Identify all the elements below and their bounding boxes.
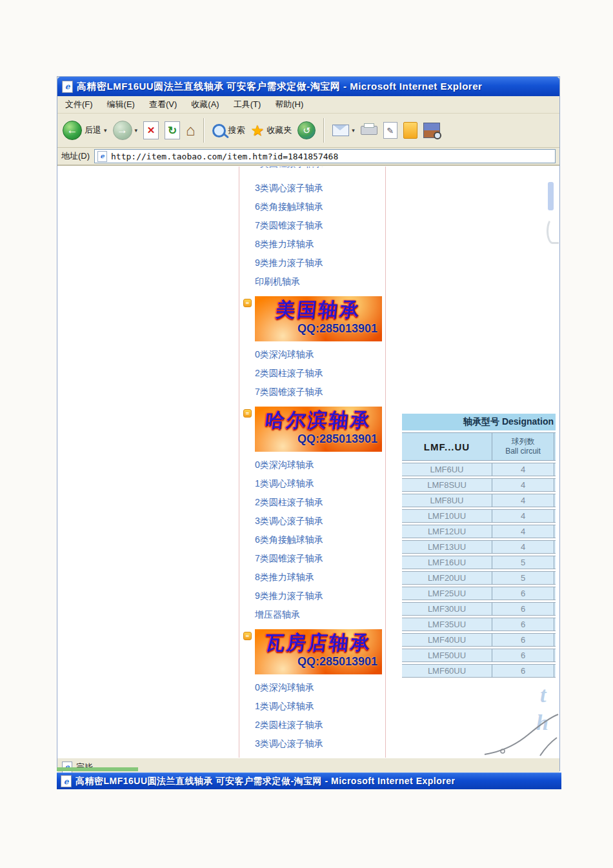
menu-item-5[interactable]: 帮助(H) — [275, 99, 303, 110]
brand-banner-3[interactable]: 瓦房店轴承QQ:285013901 — [255, 629, 382, 674]
search-label: 搜索 — [228, 125, 245, 136]
banner-qq-number: QQ:285013901 — [255, 432, 382, 446]
cell-ball-circuit: 6 — [492, 664, 554, 678]
cell-ball-circuit: 6 — [492, 587, 554, 600]
collapse-toggle-icon[interactable]: = — [243, 409, 252, 418]
category-link[interactable]: 1类调心球轴承 — [255, 474, 385, 493]
table-row: LMF10UU4 — [402, 509, 556, 523]
print-button[interactable] — [361, 126, 377, 135]
home-button[interactable]: ⌂ — [186, 123, 196, 138]
cutoff-graphic-fragment — [548, 182, 554, 210]
cell-model: LMF6UU — [402, 463, 492, 476]
collapse-toggle-icon[interactable]: = — [243, 299, 252, 307]
messenger-button[interactable] — [403, 122, 417, 139]
toolbar: ← 后退 ▾ → ▾ ✕ ↻ ⌂ 搜索 ★ 收藏夹 ↺ — [57, 114, 559, 148]
category-link[interactable]: 6类角接触球轴承 — [255, 530, 385, 549]
research-button[interactable] — [423, 123, 440, 138]
category-link[interactable]: 8类推力球轴承 — [255, 235, 385, 254]
window-title: 高精密LMF16UU圆法兰直线轴承 可安客户需求定做-淘宝网 - Microso… — [77, 81, 482, 93]
collapse-toggle-icon[interactable]: = — [243, 632, 252, 640]
menu-item-1[interactable]: 编辑(E) — [107, 99, 135, 110]
table-row: LMF6UU4 — [402, 463, 556, 476]
category-link[interactable]: 7类圆锥滚子轴承 — [255, 383, 385, 401]
category-link[interactable]: 9类推力滚子轴承 — [255, 254, 385, 272]
category-link[interactable]: 2类圆柱滚子轴承 — [255, 364, 385, 383]
favorites-button[interactable]: ★ 收藏夹 — [251, 123, 292, 138]
ie-page-icon: e — [62, 81, 73, 93]
cutoff-text-fragment: h — [536, 711, 548, 735]
category-link[interactable]: 0类深沟球轴承 — [255, 456, 385, 474]
category-link[interactable]: 2类圆柱滚子轴承 — [255, 716, 385, 734]
category-link[interactable]: 3类调心滚子轴承 — [255, 734, 385, 753]
cell-model: LMF8SUU — [402, 478, 492, 492]
table-row: LMF16UU5 — [402, 556, 556, 569]
background-window-titlebar[interactable]: e 高精密LMF16UU圆法兰直线轴承 可安客户需求定做-淘宝网 - Micro… — [57, 772, 561, 789]
stop-icon: ✕ — [147, 125, 156, 136]
banner-row: =美国轴承QQ:285013901 — [255, 296, 385, 341]
table-title: 轴承型号 Designation — [402, 414, 556, 430]
toolbar-separator — [323, 118, 325, 143]
screenshot-canvas: e 高精密LMF16UU圆法兰直线轴承 可安客户需求定做-淘宝网 - Micro… — [0, 0, 613, 868]
category-link[interactable]: 3类调心滚子轴承 — [255, 179, 385, 197]
cell-model: LMF16UU — [402, 556, 492, 569]
mail-button[interactable]: ▾ — [332, 125, 355, 136]
category-link[interactable]: 1类调心球轴承 — [255, 697, 385, 716]
category-link[interactable]: 7类圆锥滚子轴承 — [255, 549, 385, 568]
page-content: 2类圆柱滚子轴承 3类调心滚子轴承6类角接触球轴承7类圆锥滚子轴承8类推力球轴承… — [57, 166, 559, 758]
menu-bar: 文件(F)编辑(E)查看(V)收藏(A)工具(T)帮助(H) — [57, 96, 559, 114]
cell-ball-circuit: 6 — [492, 633, 554, 647]
back-dropdown-icon[interactable]: ▾ — [104, 127, 107, 134]
back-button[interactable]: ← 后退 ▾ — [63, 121, 107, 140]
page-favicon: e — [97, 151, 107, 162]
clipped-category-link[interactable]: 2类圆柱滚子轴承 — [255, 167, 385, 176]
table-row: LMF13UU4 — [402, 540, 556, 554]
category-link[interactable]: 0类深沟球轴承 — [255, 678, 385, 697]
forward-button[interactable]: → ▾ — [113, 121, 138, 140]
search-button[interactable]: 搜索 — [212, 124, 245, 137]
category-link[interactable]: 0类深沟球轴承 — [255, 345, 385, 364]
history-button[interactable]: ↺ — [297, 121, 316, 139]
category-link[interactable]: 6类角接触球轴承 — [255, 197, 385, 216]
category-link-list: 0类深沟球轴承1类调心球轴承2类圆柱滚子轴承3类调心滚子轴承 — [255, 676, 385, 753]
cell-ball-circuit: 4 — [492, 494, 554, 507]
category-link[interactable]: 9类推力滚子轴承 — [255, 587, 385, 605]
category-link-list: 3类调心滚子轴承6类角接触球轴承7类圆锥滚子轴承8类推力球轴承9类推力滚子轴承印… — [255, 176, 385, 291]
back-label: 后退 — [85, 125, 101, 136]
menu-item-0[interactable]: 文件(F) — [65, 99, 93, 110]
forward-dropdown-icon[interactable]: ▾ — [135, 127, 138, 134]
menu-item-4[interactable]: 工具(T) — [234, 99, 261, 110]
banner-row: =哈尔滨轴承QQ:285013901 — [255, 407, 385, 452]
refresh-button[interactable]: ↻ — [165, 121, 180, 139]
category-link-list: 0类深沟球轴承2类圆柱滚子轴承7类圆锥滚子轴承 — [255, 343, 385, 401]
brand-banner-2[interactable]: 哈尔滨轴承QQ:285013901 — [255, 407, 382, 452]
category-link[interactable]: 7类圆锥滚子轴承 — [255, 216, 385, 235]
category-link[interactable]: 3类调心滚子轴承 — [255, 512, 385, 530]
category-link[interactable]: 8类推力球轴承 — [255, 568, 385, 587]
mail-icon — [332, 125, 349, 136]
table-row: LMF12UU4 — [402, 525, 556, 538]
cutoff-text-fragment: t — [540, 683, 546, 707]
category-link[interactable]: 印刷机轴承 — [255, 272, 385, 291]
table-title-row: 轴承型号 Designation — [402, 414, 556, 430]
edit-button[interactable]: ✎ — [383, 122, 397, 139]
title-bar[interactable]: e 高精密LMF16UU圆法兰直线轴承 可安客户需求定做-淘宝网 - Micro… — [57, 77, 559, 96]
layout-divider — [385, 167, 386, 758]
banner-qq-number: QQ:285013901 — [255, 322, 382, 336]
banner-title: 瓦房店轴承 — [255, 631, 382, 654]
favorites-star-icon: ★ — [251, 123, 265, 138]
back-arrow-icon: ← — [63, 121, 82, 140]
brand-banner-1[interactable]: 美国轴承QQ:285013901 — [255, 296, 382, 341]
stop-button[interactable]: ✕ — [143, 121, 159, 139]
mail-dropdown-icon[interactable]: ▾ — [352, 127, 355, 134]
address-input[interactable]: e http://item.taobao.com/item.htm?id=184… — [94, 149, 556, 163]
column-header-ball-circuit: 球列数 Ball circuit — [492, 432, 554, 461]
menu-item-2[interactable]: 查看(V) — [149, 99, 177, 110]
category-link[interactable]: 增压器轴承 — [255, 605, 385, 624]
cell-model: LMF25UU — [402, 587, 492, 600]
table-row: LMF35UU6 — [402, 618, 556, 631]
menu-item-3[interactable]: 收藏(A) — [191, 99, 219, 110]
cell-ball-circuit: 5 — [492, 571, 554, 585]
category-link[interactable]: 2类圆柱滚子轴承 — [255, 493, 385, 512]
layout-divider — [239, 167, 239, 758]
cell-ball-circuit: 4 — [492, 525, 554, 538]
